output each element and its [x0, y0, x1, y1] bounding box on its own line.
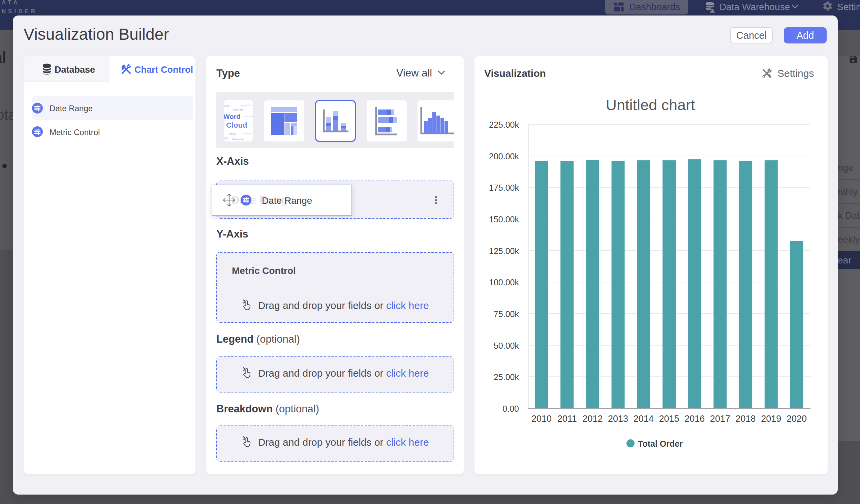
- svg-text:2013: 2013: [608, 414, 628, 424]
- svg-text:225.00k: 225.00k: [489, 120, 519, 129]
- svg-text:200.00k: 200.00k: [489, 152, 519, 161]
- svg-text:2020: 2020: [787, 414, 807, 424]
- svg-text:2018: 2018: [736, 414, 756, 424]
- svg-text:2019: 2019: [761, 414, 781, 424]
- svg-text:150.00k: 150.00k: [489, 215, 519, 224]
- svg-text:25.00k: 25.00k: [494, 372, 519, 382]
- svg-text:Total Order: Total Order: [638, 439, 683, 448]
- svg-text:Untitled chart: Untitled chart: [605, 96, 695, 114]
- svg-text:75.00k: 75.00k: [494, 309, 519, 319]
- svg-text:2016: 2016: [685, 414, 705, 424]
- svg-text:2017: 2017: [710, 414, 730, 424]
- svg-text:50.00k: 50.00k: [494, 341, 519, 350]
- svg-text:175.00k: 175.00k: [489, 183, 519, 192]
- svg-text:125.00k: 125.00k: [489, 246, 519, 256]
- svg-text:100.00k: 100.00k: [489, 278, 519, 287]
- svg-text:2011: 2011: [557, 414, 577, 424]
- svg-text:2015: 2015: [659, 414, 679, 424]
- svg-text:2010: 2010: [531, 414, 551, 424]
- svg-text:0.00: 0.00: [502, 404, 519, 413]
- svg-text:2012: 2012: [582, 414, 603, 424]
- svg-text:2014: 2014: [633, 414, 654, 424]
